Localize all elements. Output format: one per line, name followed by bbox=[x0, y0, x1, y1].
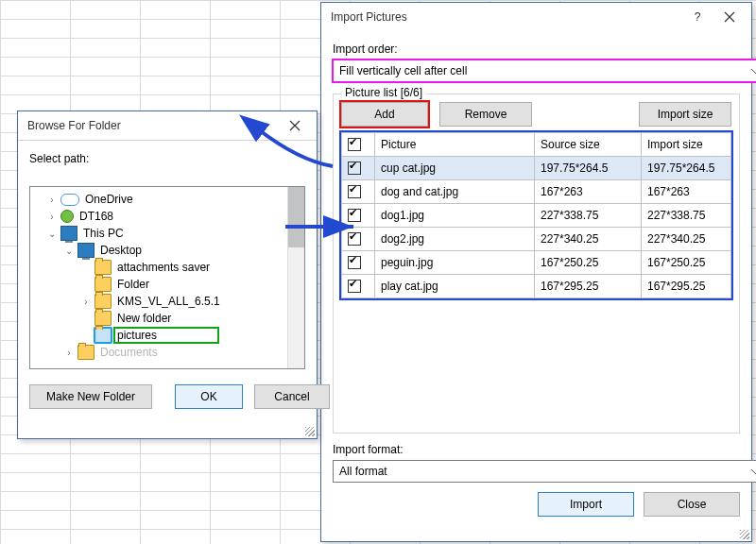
tree-node-label: New folder bbox=[115, 312, 173, 325]
tree-node[interactable]: ⌄This PC bbox=[34, 225, 301, 242]
tree-node[interactable]: ›KMS_VL_ALL_6.5.1 bbox=[34, 293, 301, 310]
tree-scrollbar[interactable] bbox=[287, 187, 304, 368]
tree-node-label: This PC bbox=[81, 227, 126, 240]
cell-import-size: 167*250.25 bbox=[642, 251, 731, 275]
tree-node-label: KMS_VL_ALL_6.5.1 bbox=[115, 295, 222, 308]
cell-source-size: 227*340.25 bbox=[535, 228, 642, 251]
col-import-size[interactable]: Import size bbox=[642, 133, 731, 157]
tree-node-label: Documents bbox=[98, 346, 160, 359]
picture-list-group: Picture list [6/6] Add Remove Import siz… bbox=[333, 94, 740, 434]
cell-source-size: 227*338.75 bbox=[535, 204, 642, 228]
folder-icon bbox=[94, 277, 112, 292]
tree-node[interactable]: New folder bbox=[34, 310, 301, 327]
cell-import-size: 227*340.25 bbox=[642, 228, 731, 251]
table-header: Picture Source size Import size bbox=[342, 133, 731, 157]
cell-import-size: 167*263 bbox=[642, 180, 731, 204]
col-source-size[interactable]: Source size bbox=[535, 133, 642, 157]
cell-picture: play cat.jpg bbox=[375, 275, 535, 298]
cell-picture: dog2.jpg bbox=[375, 228, 535, 251]
folder-icon bbox=[94, 260, 112, 275]
folder-icon bbox=[77, 345, 94, 360]
chevron-down-icon bbox=[751, 64, 756, 77]
expand-icon[interactable]: › bbox=[47, 195, 57, 205]
expand-icon[interactable]: ⌄ bbox=[47, 229, 57, 239]
import-pictures-dialog: Import Pictures ? Import order: Fill ver… bbox=[320, 2, 752, 542]
tree-node[interactable]: ›OneDrive bbox=[34, 191, 301, 208]
cell-source-size: 167*250.25 bbox=[535, 251, 642, 275]
import-titlebar[interactable]: Import Pictures ? bbox=[321, 3, 751, 31]
annotation-arrow bbox=[251, 123, 336, 173]
folder-icon bbox=[94, 311, 112, 326]
tree-node-label: pictures bbox=[115, 329, 217, 342]
picture-list-legend: Picture list [6/6] bbox=[341, 86, 426, 99]
col-picture[interactable]: Picture bbox=[375, 133, 535, 157]
monitor-icon bbox=[60, 226, 77, 241]
picture-table: Picture Source size Import size cup cat.… bbox=[341, 132, 731, 298]
cell-picture: dog1.jpg bbox=[375, 204, 535, 228]
cell-source-size: 167*295.25 bbox=[535, 275, 642, 298]
tree-node-label: Desktop bbox=[98, 244, 144, 257]
ok-button[interactable]: OK bbox=[175, 384, 243, 409]
tree-node[interactable]: ⌄Desktop bbox=[34, 242, 301, 259]
folder-icon bbox=[94, 328, 112, 343]
cell-picture: peguin.jpg bbox=[375, 251, 535, 275]
monitor-icon bbox=[77, 243, 94, 258]
import-order-label: Import order: bbox=[333, 42, 740, 56]
make-new-folder-button[interactable]: Make New Folder bbox=[29, 384, 152, 409]
tree-node-label: DT168 bbox=[77, 210, 115, 223]
expand-icon[interactable]: › bbox=[81, 297, 91, 307]
table-row[interactable]: dog1.jpg227*338.75227*338.75 bbox=[342, 204, 731, 228]
cell-picture: cup cat.jpg bbox=[375, 157, 535, 180]
import-order-value: Fill vertically cell after cell bbox=[339, 64, 467, 77]
resize-grip[interactable] bbox=[740, 530, 749, 539]
user-icon bbox=[60, 210, 74, 223]
expand-icon[interactable]: › bbox=[47, 212, 57, 222]
cell-import-size: 227*338.75 bbox=[642, 204, 731, 228]
tree-node-label: attachments saver bbox=[115, 261, 212, 274]
row-checkbox[interactable] bbox=[348, 256, 361, 269]
import-format-value: All format bbox=[339, 465, 387, 478]
remove-button[interactable]: Remove bbox=[439, 102, 532, 127]
add-button[interactable]: Add bbox=[341, 102, 428, 127]
expand-icon[interactable]: ⌄ bbox=[64, 246, 74, 256]
import-format-label: Import format: bbox=[333, 443, 740, 456]
chevron-down-icon bbox=[751, 465, 756, 478]
import-button[interactable]: Import bbox=[538, 492, 634, 517]
import-order-select[interactable]: Fill vertically cell after cell bbox=[333, 60, 756, 82]
close-icon[interactable] bbox=[713, 6, 746, 28]
import-title: Import Pictures bbox=[331, 10, 681, 24]
folder-icon bbox=[94, 294, 112, 309]
help-button[interactable]: ? bbox=[681, 6, 713, 28]
annotation-arrow bbox=[284, 217, 359, 239]
table-row[interactable]: dog2.jpg227*340.25227*340.25 bbox=[342, 228, 731, 251]
close-button[interactable]: Close bbox=[644, 492, 740, 517]
cell-picture: dog and cat.jpg bbox=[375, 180, 535, 204]
row-checkbox[interactable] bbox=[348, 162, 361, 175]
tree-node[interactable]: pictures bbox=[34, 327, 301, 344]
row-checkbox[interactable] bbox=[348, 185, 361, 198]
tree-node[interactable]: ›DT168 bbox=[34, 208, 301, 225]
browse-title: Browse For Folder bbox=[27, 119, 279, 132]
expand-icon[interactable]: › bbox=[64, 348, 74, 358]
cell-import-size: 197.75*264.5 bbox=[642, 157, 731, 180]
table-row[interactable]: dog and cat.jpg167*263167*263 bbox=[342, 180, 731, 204]
tree-node[interactable]: Folder bbox=[34, 276, 301, 293]
cell-source-size: 197.75*264.5 bbox=[535, 157, 642, 180]
folder-tree[interactable]: ›OneDrive›DT168⌄This PC⌄Desktopattachmen… bbox=[29, 186, 305, 369]
select-all-checkbox[interactable] bbox=[348, 138, 361, 151]
cell-source-size: 167*263 bbox=[535, 180, 642, 204]
table-row[interactable]: play cat.jpg167*295.25167*295.25 bbox=[342, 275, 731, 298]
cloud-icon bbox=[60, 194, 79, 206]
row-checkbox[interactable] bbox=[348, 280, 361, 293]
tree-node[interactable]: attachments saver bbox=[34, 259, 301, 276]
import-size-button[interactable]: Import size bbox=[639, 102, 731, 127]
resize-grip[interactable] bbox=[305, 427, 315, 436]
tree-node-label: Folder bbox=[115, 278, 151, 291]
import-format-select[interactable]: All format bbox=[333, 460, 756, 483]
cancel-button[interactable]: Cancel bbox=[254, 384, 330, 409]
tree-node-label: OneDrive bbox=[83, 193, 135, 206]
table-row[interactable]: cup cat.jpg197.75*264.5197.75*264.5 bbox=[342, 157, 731, 180]
tree-node[interactable]: ›Documents bbox=[34, 344, 301, 361]
table-row[interactable]: peguin.jpg167*250.25167*250.25 bbox=[342, 251, 731, 275]
cell-import-size: 167*295.25 bbox=[642, 275, 731, 298]
